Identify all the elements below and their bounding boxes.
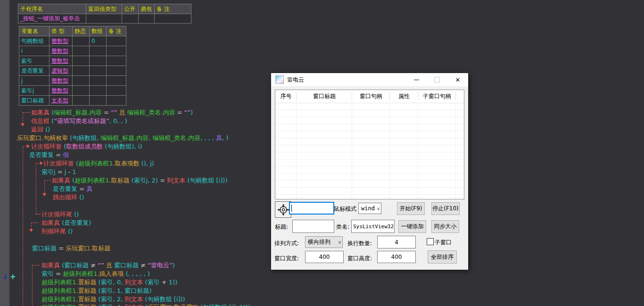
code-token: 到文本 [167,177,187,184]
code-line[interactable]: 跳出循环 () [53,194,84,201]
code-line[interactable]: 计次循环首 (取数组成员数 (句柄数组), i) [31,143,142,150]
code-token: (索引j, 2) [132,177,160,184]
listview-column-header[interactable]: 序号 [275,90,297,103]
code-line[interactable]: 超级列表框1.置标题 (索引, 1, 窗口标题) [41,287,152,294]
listview-column-header[interactable]: 子窗口句柄 [418,90,456,103]
code-token: (是否重复) [62,219,91,226]
code-token: 编辑框_类名.内容 [127,109,175,116]
code-token: 窗口标题 [32,245,58,252]
flow-line-vertical [23,112,23,124]
flow-line-horizontal [36,214,41,215]
code-line[interactable]: 如果真 (是否重复) [41,219,91,226]
code-token: 编辑框_标题.内容 [54,109,102,116]
code-line[interactable]: 超级列表框1.置标题 (索引, 4, 到文本 (乐玩窗口.取子窗口 (句柄数组 … [41,304,251,306]
code-line[interactable]: 如果真 (超级列表框1.取标题 (索引j, 2) = 到文本 (句柄数组 [i]… [52,177,227,184]
app-icon [275,75,284,84]
code-token: .取标题 [109,177,132,184]
wrap-count-input[interactable]: 4 [377,236,416,248]
sort-all-button[interactable]: 全部排序 [428,250,457,264]
code-line[interactable]: 如果真 (窗口标题 ≠ “” 且 窗口标题 ≠ “雷电云”) [41,262,175,269]
code-token: ≠ [140,262,148,269]
listview-column-header[interactable]: 属性 [390,90,418,103]
code-token: 到文本 [124,296,145,303]
window-width-input[interactable]: 400 [305,251,344,263]
minimize-button[interactable] [406,73,427,86]
code-token: + [162,279,169,286]
code-token: .置标题 [76,279,98,286]
flow-line-vertical [31,223,32,229]
code-token: , [149,134,152,141]
window-width-label: 窗口宽度: [274,255,299,263]
code-token: (句柄数组 [i])) [145,296,185,303]
capture-input[interactable] [289,202,334,215]
code-line[interactable]: 计次循环首 (超级列表框1.取表项数 (), j) [43,160,154,167]
start-button[interactable]: 开始(F9) [397,202,425,215]
code-token: 到文本 [124,279,145,286]
listview-header[interactable]: 序号窗口标题窗口句柄属性子窗口句柄 [275,90,464,103]
code-line[interactable]: 超级列表框1.置标题 (索引, 2, 到文本 (句柄数组 [i])) [41,296,185,303]
flow-line-vertical [23,146,23,306]
flow-line-horizontal [23,146,26,147]
chevron-down-icon: ∨ [338,240,341,245]
flow-arrow-right-icon [40,161,43,165]
code-token: 如果真 [52,177,72,184]
arrange-mode-select[interactable]: 横向排列 ∨ [305,236,343,248]
flow-line-horizontal [36,163,40,164]
code-token: (索引, 0, [99,279,125,286]
code-token: .置标题 [76,287,98,294]
stop-button[interactable]: 停止(F10) [431,202,460,215]
code-token: 乐玩窗口.取标题 [66,245,110,252]
flow-line-horizontal [44,180,51,181]
code-token: 1)) [169,279,177,286]
code-token: “雷电云” [148,262,172,269]
code-line[interactable]: 索引j = j - 1 [41,168,76,175]
code-token: 超级列表框1 [74,177,109,184]
code-line[interactable]: 信息框 (“请填写类名或标题”, 0, , ) [31,117,127,124]
code-token: = [56,151,63,158]
code-token: .置标题 [76,304,98,306]
code-line[interactable]: 计次循环尾 () [41,211,79,218]
code-line[interactable]: 到循环尾 () [41,228,73,235]
window-listview[interactable]: 序号窗口标题窗口句柄属性子窗口句柄 [275,90,464,199]
window-height-input[interactable]: 400 [377,251,416,263]
flow-line-horizontal [23,112,30,113]
code-token: 索引 [41,270,56,277]
code-line[interactable]: 窗口标题 = 乐玩窗口.取标题 [32,245,110,252]
code-line[interactable]: 是否重复 = 假 [29,151,69,158]
mouse-mode-select[interactable]: wind ∨ [358,203,381,214]
chevron-down-icon: ∨ [377,206,380,211]
class-input[interactable]: SysListView32 [351,220,395,233]
code-line[interactable]: 是否重复 = 真 [53,185,92,192]
code-line[interactable]: 如果真 (编辑框_标题.内容 = “” 且 编辑框_类名.内容 = “”) [31,109,193,116]
one-key-add-button[interactable]: 一键添加 [398,220,426,233]
code-line[interactable]: 索引 = 超级列表框1.插入表项 (, , , , , ) [41,270,150,277]
code-token: = [160,177,167,184]
title-input[interactable] [292,220,334,233]
sync-size-button[interactable]: 同步大小 [431,220,459,233]
maximize-icon [434,77,440,83]
flow-arrow-right-icon [27,144,30,148]
code-line[interactable]: 乐玩窗口.句柄枚举 (句柄数组, 编辑框_标题.内容, 编辑框_类名.内容, ,… [17,134,229,141]
code-token: ) [190,109,193,116]
listview-column-header[interactable]: 窗口句柄 [352,90,390,103]
wrap-count-label: 换行数量: [347,240,372,248]
code-token: “” [111,109,117,116]
code-token: 窗口标题 [114,262,140,269]
code-line[interactable]: 超级列表框1.置标题 (索引, 0, 到文本 (索引 + 1)) [41,279,177,286]
child-window-checkbox[interactable] [427,238,434,245]
close-button[interactable]: ✕ [447,73,468,86]
listview-column-header[interactable]: 窗口标题 [297,90,352,103]
code-token: 真 [86,185,92,192]
code-token: (), j) [141,160,154,167]
mouse-mode-value: wind [361,205,375,212]
code-token: 信息框 [31,117,51,124]
code-token: 超级列表框1 [41,304,76,306]
code-token: 索引j [41,168,58,175]
code-token: = [58,168,65,175]
code-token: 超级列表框1 [41,287,76,294]
maximize-button[interactable] [427,73,447,86]
code-line[interactable]: 返回 () [31,126,50,133]
code-token: 编辑框_标题.内容 [101,134,149,141]
listview-gridline [418,103,418,199]
listview-body[interactable] [275,103,464,199]
